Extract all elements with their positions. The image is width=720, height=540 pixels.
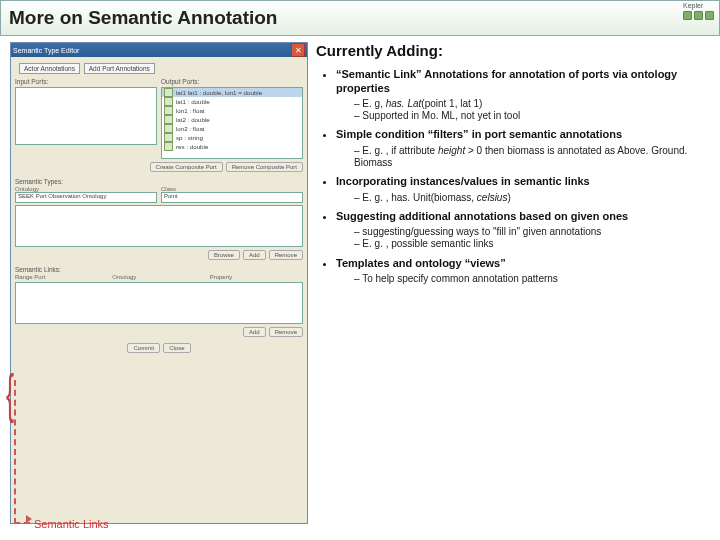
semantic-links-list[interactable] bbox=[15, 282, 303, 324]
sub-item: Supported in Mo. ML, not yet in tool bbox=[354, 110, 710, 122]
content-pane: Currently Adding: “Semantic Link” Annota… bbox=[316, 42, 710, 524]
create-composite-button[interactable]: Create Composite Port bbox=[150, 162, 223, 172]
semantic-types-label: Semantic Types: bbox=[15, 178, 303, 185]
kepler-logo: Kepler bbox=[683, 2, 714, 20]
sub-item: suggesting/guessing ways to "fill in" gi… bbox=[354, 226, 710, 238]
class-value: Point bbox=[161, 192, 303, 203]
title-bar: More on Semantic Annotation bbox=[0, 0, 720, 36]
add-link-button[interactable]: Add bbox=[243, 327, 266, 337]
sub-item: E. g. , if attribute height > 0 then bio… bbox=[354, 145, 710, 169]
sub-item: To help specify common annotation patter… bbox=[354, 273, 710, 285]
sub-item: E. g. , has. Unit(biomass, celsius) bbox=[354, 192, 710, 204]
list-item[interactable]: sp : string bbox=[162, 133, 302, 142]
window-titlebar: Semantic Type Editor ✕ bbox=[11, 43, 307, 57]
semantic-type-editor-window: Semantic Type Editor ✕ Actor Annotations… bbox=[10, 42, 308, 524]
list-item[interactable]: lat2 : double bbox=[162, 115, 302, 124]
output-ports-label: Output Ports: bbox=[161, 78, 303, 85]
ontology-value: SEEK Port Observation Ontology bbox=[15, 192, 157, 203]
close-icon[interactable]: ✕ bbox=[291, 43, 305, 57]
tab-actor-annotations[interactable]: Actor Annotations bbox=[19, 63, 80, 74]
callout-arrow bbox=[14, 380, 30, 524]
sub-item: E. g, has. Lat(point 1, lat 1) bbox=[354, 98, 710, 110]
list-item: Templates and ontology “views” To help s… bbox=[336, 257, 710, 286]
list-item: Incorporating instances/values in semant… bbox=[336, 175, 710, 204]
semantic-links-callout: Semantic Links bbox=[34, 518, 109, 530]
remove-link-button[interactable]: Remove bbox=[269, 327, 303, 337]
close-button[interactable]: Close bbox=[163, 343, 190, 353]
list-item[interactable]: lat1 : double bbox=[162, 97, 302, 106]
remove-composite-button[interactable]: Remove Composite Port bbox=[226, 162, 303, 172]
feature-list: “Semantic Link” Annotations for annotati… bbox=[316, 68, 710, 285]
sub-item: E. g. , possible semantic links bbox=[354, 238, 710, 250]
range-port-header: Range Port bbox=[15, 274, 108, 280]
tab-add-port-annotations[interactable]: Add Port Annotations bbox=[84, 63, 155, 74]
tab-strip: Actor Annotations Add Port Annotations bbox=[15, 61, 303, 76]
logo-text: Kepler bbox=[683, 2, 714, 9]
add-button[interactable]: Add bbox=[243, 250, 266, 260]
semantic-types-list[interactable] bbox=[15, 205, 303, 247]
input-ports-label: Input Ports: bbox=[15, 78, 157, 85]
brace-icon: { bbox=[6, 363, 14, 425]
list-item[interactable]: lon1 : float bbox=[162, 106, 302, 115]
commit-button[interactable]: Commit bbox=[127, 343, 160, 353]
browse-button[interactable]: Browse bbox=[208, 250, 240, 260]
window-title: Semantic Type Editor bbox=[13, 47, 79, 54]
ontology-header-2: Ontology bbox=[112, 274, 205, 280]
semantic-links-label: Semantic Links: bbox=[15, 266, 303, 273]
input-ports-list[interactable] bbox=[15, 87, 157, 145]
remove-button[interactable]: Remove bbox=[269, 250, 303, 260]
list-item: Simple condition “filters” in port seman… bbox=[336, 128, 710, 169]
currently-adding-heading: Currently Adding: bbox=[316, 42, 710, 60]
list-item: “Semantic Link” Annotations for annotati… bbox=[336, 68, 710, 122]
list-item[interactable]: lat1 lat1 : double, lon1 = double bbox=[162, 88, 302, 97]
output-ports-list[interactable]: lat1 lat1 : double, lon1 = double lat1 :… bbox=[161, 87, 303, 159]
list-item[interactable]: res : double bbox=[162, 142, 302, 151]
arrowhead-icon bbox=[26, 515, 32, 523]
list-item: Suggesting additional annotations based … bbox=[336, 210, 710, 251]
list-item[interactable]: lon2 : float bbox=[162, 124, 302, 133]
property-header: Property bbox=[210, 274, 303, 280]
slide-title: More on Semantic Annotation bbox=[9, 7, 277, 29]
